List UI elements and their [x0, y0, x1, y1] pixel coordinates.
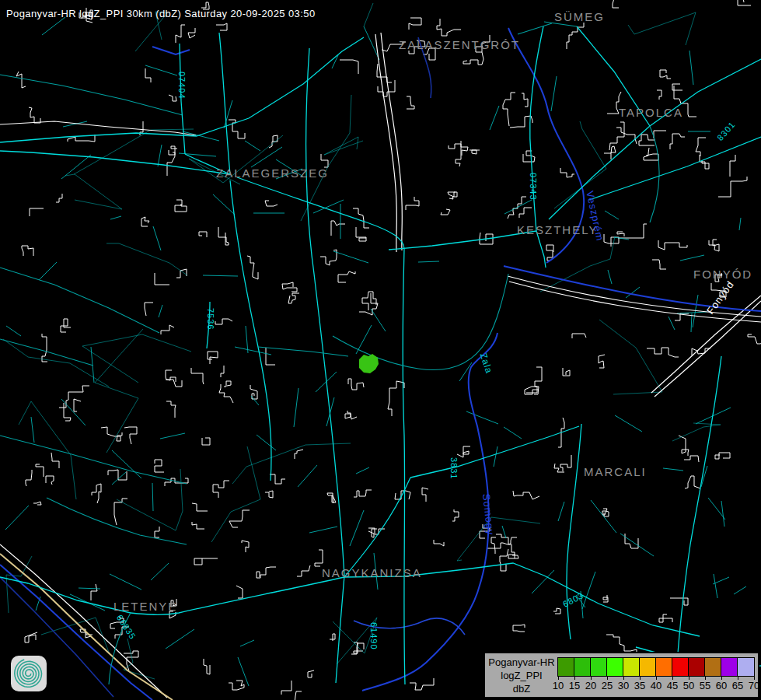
- map-line: [375, 34, 396, 252]
- map-line: [599, 320, 662, 394]
- map-line: [19, 401, 76, 499]
- map-line: [250, 385, 257, 399]
- map-line: [466, 411, 498, 424]
- map-line: [572, 334, 586, 338]
- map-line: [232, 443, 351, 484]
- map-line: [106, 243, 187, 275]
- map-line: [166, 401, 176, 418]
- map-line: [738, 0, 751, 5]
- radar-spiral-logo-icon[interactable]: [11, 656, 47, 691]
- map-line: [245, 141, 260, 151]
- map-line: [192, 522, 204, 529]
- map-line: [463, 52, 483, 65]
- map-line: [659, 614, 672, 622]
- map-line: [124, 427, 137, 444]
- legend-color-cell: [689, 658, 705, 676]
- map-line: [229, 510, 250, 527]
- map-line: [721, 501, 724, 527]
- map-line: [441, 209, 450, 215]
- map-line: [5, 506, 29, 530]
- map-line: [159, 305, 162, 317]
- map-line: [582, 572, 595, 609]
- legend-tick-label: 50: [683, 680, 694, 691]
- map-line: [215, 319, 232, 324]
- map-line: [202, 438, 210, 445]
- city-label-tapolca: TAPOLCA: [619, 106, 683, 119]
- legend-color-cell: [607, 658, 623, 676]
- map-line: [608, 270, 612, 284]
- map-line: [647, 348, 679, 357]
- map-line: [22, 246, 33, 256]
- legend-tick-label: 20: [585, 680, 596, 691]
- map-line: [295, 450, 303, 459]
- map-line: [175, 200, 187, 212]
- map-line: [236, 586, 243, 598]
- map-line: [219, 384, 233, 403]
- map-line: [551, 76, 557, 111]
- map-line: [295, 691, 302, 700]
- map-line: [124, 639, 155, 679]
- map-line: [30, 208, 44, 216]
- map-line: [500, 549, 508, 571]
- map-line: [340, 60, 358, 74]
- map-line: [356, 467, 369, 474]
- map-line: [554, 121, 606, 208]
- map-line: [718, 177, 747, 197]
- legend-tick-label: 60: [716, 680, 727, 691]
- map-line: [422, 488, 428, 502]
- legend-tick-label: 45: [667, 680, 678, 691]
- map-line: [61, 319, 71, 332]
- map-line: [409, 18, 421, 30]
- legend-tick-label: 10: [553, 680, 564, 691]
- map-line: [298, 465, 317, 487]
- map-line: [92, 484, 101, 503]
- map-line: [362, 292, 376, 310]
- map-line: [525, 387, 539, 394]
- map-line: [534, 367, 542, 394]
- map-line: [36, 464, 44, 477]
- map-line: [650, 126, 659, 222]
- map-line: [31, 417, 34, 443]
- legend-color-cell: [738, 658, 754, 676]
- map-line: [626, 287, 640, 298]
- map-line: [265, 201, 278, 206]
- legend-color-cell: [672, 658, 689, 676]
- map-line: [523, 151, 535, 162]
- map-line: [26, 470, 32, 486]
- map-line: [153, 226, 161, 250]
- map-line: [654, 131, 666, 138]
- radar-echo: [359, 354, 379, 373]
- city-label-marcali: MARCALI: [584, 465, 647, 478]
- legend-tick-label: 70: [749, 680, 759, 691]
- radar-map: [0, 0, 761, 700]
- map-line: [395, 491, 410, 499]
- map-line: [331, 221, 345, 236]
- map-line: [504, 427, 522, 439]
- map-line: [25, 632, 37, 642]
- map-line: [46, 476, 54, 485]
- map-line: [504, 200, 532, 214]
- map-line: [166, 370, 176, 382]
- map-line: [145, 65, 177, 75]
- map-line: [490, 106, 499, 130]
- map-line: [604, 234, 619, 247]
- map-line: [652, 260, 666, 269]
- map-line: [730, 155, 735, 177]
- map-line: [155, 273, 169, 285]
- map-line: [354, 490, 372, 497]
- map-line: [258, 347, 348, 356]
- map-line: [33, 502, 41, 505]
- dbz-legend: Poganyvar-HR logZ_PPI dbZ 10152025303540…: [483, 652, 759, 698]
- map-line: [616, 128, 637, 144]
- settlements-layer: [3, 0, 761, 700]
- map-line: [0, 75, 183, 115]
- map-line: [362, 333, 497, 691]
- map-line: [321, 154, 328, 167]
- map-line: [508, 555, 518, 558]
- map-line: [141, 217, 149, 226]
- legend-unit-label: dbZ: [487, 682, 557, 695]
- map-line: [313, 200, 344, 213]
- map-line: [266, 348, 275, 365]
- map-line: [494, 446, 497, 467]
- legend-station-name: Poganyvar-HR: [487, 656, 557, 669]
